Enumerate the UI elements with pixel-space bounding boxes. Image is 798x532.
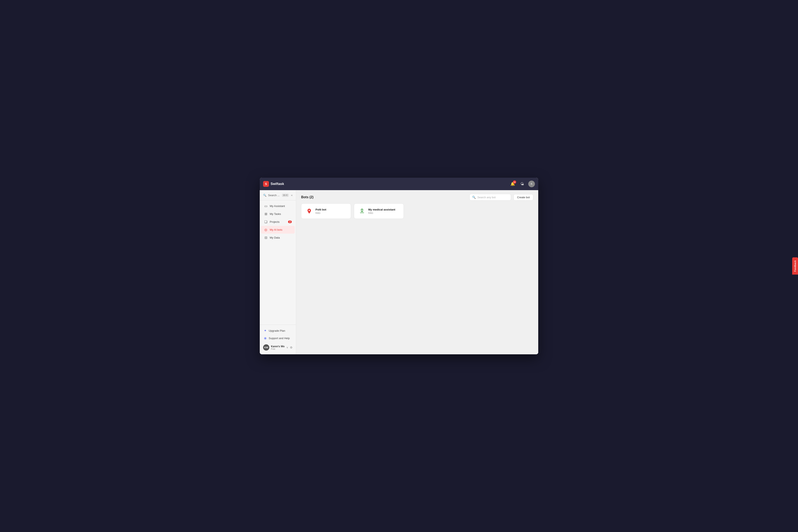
settings-icon[interactable]: ⚙ bbox=[290, 346, 292, 349]
sidebar-item-my-ai-bots[interactable]: ◎ My AI bots bbox=[261, 226, 295, 233]
user-avatar-button[interactable]: K bbox=[528, 180, 535, 187]
sidebar-item-my-tasks[interactable]: ⊞ My Tasks bbox=[261, 210, 295, 218]
support-help-button[interactable]: ◉ Support and Help bbox=[261, 335, 295, 342]
support-help-icon: ◉ bbox=[264, 336, 267, 340]
user-info: Karen's Wo Free bbox=[271, 345, 285, 350]
search-shortcut: ⌘+K bbox=[282, 194, 289, 197]
sidebar-item-label: My AI bots bbox=[270, 228, 282, 231]
sidebar-item-label: Projects bbox=[270, 220, 280, 223]
polti-bot-icon bbox=[305, 207, 313, 215]
my-data-icon: ⊟ bbox=[264, 236, 268, 240]
main-content: Bots (2) 🔍 Create bot bbox=[296, 190, 538, 354]
upgrade-plan-label: Upgrade Plan bbox=[269, 329, 285, 332]
search-trigger[interactable]: 🔍 Search ... bbox=[263, 194, 280, 197]
feedback-tab[interactable]: Feedback bbox=[792, 258, 798, 275]
sidebar-top: 🔍 Search ... ⌘+K « bbox=[260, 190, 296, 200]
page-title: Bots (2) bbox=[301, 195, 314, 199]
sidebar-item-label: My Data bbox=[270, 236, 280, 239]
my-ai-bots-icon: ◎ bbox=[264, 228, 268, 232]
medical-bot-icon bbox=[358, 207, 366, 215]
search-any-bot-input[interactable] bbox=[477, 196, 508, 199]
sidebar-bottom: ✦ Upgrade Plan ◉ Support and Help KW Kar… bbox=[260, 325, 296, 354]
header-actions: 🔍 Create bot bbox=[470, 194, 533, 201]
sidebar-item-label: My Tasks bbox=[270, 212, 281, 215]
app-name: Swiftask bbox=[270, 182, 284, 186]
polti-bot-name: Polti bot bbox=[316, 208, 326, 211]
feedback-label: Feedback bbox=[794, 260, 796, 272]
medical-bot-info: My medical assistant RAG bbox=[368, 208, 395, 214]
sidebar-item-label: My Assistant bbox=[270, 205, 285, 208]
sidebar-item-my-assistant[interactable]: ▭ My Assistant bbox=[261, 202, 295, 210]
bot-card-polti[interactable]: Polti bot RAG bbox=[301, 204, 351, 219]
logo-icon: S bbox=[263, 181, 269, 187]
avatar-initials: KW bbox=[264, 346, 268, 349]
topbar-actions: 🔔 54 🌤 K bbox=[509, 180, 535, 187]
sidebar-item-projects[interactable]: ❏ Projects 2 bbox=[261, 218, 295, 226]
polti-bot-info: Polti bot RAG bbox=[316, 208, 326, 214]
app-logo: S Swiftask bbox=[263, 181, 284, 187]
sidebar-item-my-data[interactable]: ⊟ My Data bbox=[261, 234, 295, 242]
sidebar-search-row: 🔍 Search ... ⌘+K « bbox=[262, 192, 294, 198]
search-box[interactable]: 🔍 bbox=[470, 194, 511, 201]
sidebar-nav: ▭ My Assistant ⊞ My Tasks ❏ Projects 2 ◎… bbox=[260, 200, 296, 325]
user-chevron-icon: ∨ bbox=[286, 346, 288, 349]
svg-point-0 bbox=[362, 209, 362, 210]
medical-bot-type: RAG bbox=[368, 212, 395, 214]
app-window: S Swiftask 🔔 54 🌤 K 🔍 Search ... bbox=[260, 178, 538, 354]
search-icon: 🔍 bbox=[263, 194, 266, 197]
main-header: Bots (2) 🔍 Create bot bbox=[296, 190, 538, 204]
search-box-icon: 🔍 bbox=[472, 195, 476, 199]
create-bot-button[interactable]: Create bot bbox=[513, 194, 533, 201]
app-body: 🔍 Search ... ⌘+K « ▭ My Assistant ⊞ My T… bbox=[260, 190, 538, 354]
search-label: Search ... bbox=[268, 194, 280, 197]
topbar: S Swiftask 🔔 54 🌤 K bbox=[260, 178, 538, 190]
notification-badge: 54 bbox=[513, 180, 516, 184]
my-tasks-icon: ⊞ bbox=[264, 212, 268, 216]
medical-bot-name: My medical assistant bbox=[368, 208, 395, 211]
my-assistant-icon: ▭ bbox=[264, 204, 268, 208]
polti-bot-type: RAG bbox=[316, 212, 326, 214]
upgrade-plan-icon: ✦ bbox=[264, 329, 267, 332]
projects-badge: 2 bbox=[288, 221, 292, 223]
user-avatar: KW bbox=[263, 344, 269, 350]
collapse-sidebar-button[interactable]: « bbox=[291, 193, 292, 197]
user-section[interactable]: KW Karen's Wo Free ∨ ⚙ bbox=[261, 343, 295, 352]
notifications-button[interactable]: 🔔 54 bbox=[509, 180, 516, 187]
projects-icon: ❏ bbox=[264, 220, 268, 224]
support-help-label: Support and Help bbox=[269, 337, 290, 340]
user-name: Karen's Wo bbox=[271, 345, 285, 348]
bot-card-medical[interactable]: My medical assistant RAG bbox=[354, 204, 404, 219]
bots-grid: Polti bot RAG My m bbox=[296, 204, 538, 219]
upgrade-plan-button[interactable]: ✦ Upgrade Plan bbox=[261, 327, 295, 335]
weather-button[interactable]: 🌤 bbox=[519, 180, 526, 187]
sidebar: 🔍 Search ... ⌘+K « ▭ My Assistant ⊞ My T… bbox=[260, 190, 296, 354]
user-plan: Free bbox=[271, 348, 285, 350]
